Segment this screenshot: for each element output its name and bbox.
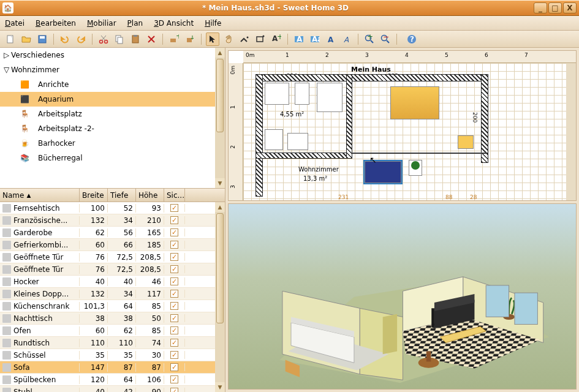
visibility-checkbox[interactable]: ✓ (170, 265, 178, 273)
table-row[interactable]: Hocker 40 40 46 ✓ (0, 276, 225, 288)
menu-datei[interactable]: Datei (5, 19, 25, 28)
table-row[interactable]: Küchenschrank 101,3 64 85 ✓ (0, 300, 225, 312)
furniture-icon (2, 314, 11, 323)
menu-bearbeiten[interactable]: Bearbeiten (36, 19, 76, 28)
table-row[interactable]: Geöffnete Tür 76 72,5 208,5 ✓ (0, 251, 225, 263)
cell-tiefe: 40 (108, 277, 136, 286)
create-walls-icon[interactable] (238, 32, 251, 46)
catalog-category[interactable]: ▽Wohnzimmer (0, 62, 225, 77)
visibility-checkbox[interactable]: ✓ (170, 241, 178, 249)
visibility-checkbox[interactable]: ✓ (170, 204, 178, 212)
plan-scroll-v[interactable] (566, 63, 576, 200)
catalog-item[interactable]: ⬛Aquarium (0, 92, 225, 107)
svg-text:A: A (297, 35, 303, 43)
catalog-item[interactable]: 🍺Barhocker (0, 136, 225, 151)
table-row[interactable]: Ofen 60 62 85 ✓ (0, 325, 225, 337)
table-scrollbar[interactable]: ▲▼ (215, 202, 225, 392)
import-furniture-icon[interactable] (183, 32, 197, 46)
catalog-item[interactable]: 📚Bücherregal (0, 151, 225, 165)
visibility-checkbox[interactable]: ✓ (170, 290, 178, 298)
cell-tiefe: 66 (108, 241, 136, 249)
visibility-checkbox[interactable]: ✓ (170, 314, 178, 322)
cut-icon[interactable] (97, 32, 110, 46)
maximize-button[interactable]: □ (548, 2, 562, 13)
table-row[interactable]: Rundtisch 110 110 74 ✓ (0, 337, 225, 349)
table-row[interactable]: Kleines Dopp... 132 34 117 ✓ (0, 288, 225, 300)
visibility-checkbox[interactable]: ✓ (170, 351, 178, 359)
add-furniture-icon[interactable]: + (167, 32, 181, 46)
text-bg-icon[interactable]: A (292, 32, 306, 46)
visibility-checkbox[interactable]: ✓ (170, 253, 178, 261)
help-icon[interactable]: ? (405, 32, 418, 46)
furniture-icon (2, 363, 11, 372)
pan-tool-icon[interactable] (222, 32, 235, 46)
text-bg2-icon[interactable]: Aa (308, 32, 322, 46)
table-row[interactable]: Französische... 132 34 210 ✓ (0, 214, 225, 227)
cell-hoehe: 85 (136, 326, 164, 335)
delete-icon[interactable] (145, 32, 158, 46)
table-row[interactable]: Fernsehtisch 100 52 93 ✓ (0, 202, 225, 214)
table-row[interactable]: Geöffnete Tür 76 72,5 208,5 ✓ (0, 263, 225, 276)
visibility-checkbox[interactable]: ✓ (170, 388, 178, 392)
cell-name: Geöffnete Tür (13, 265, 63, 274)
floor-plan[interactable]: 0m 1 2 3 4 5 6 7 0m 1 2 3 Mein Haus 224 … (228, 50, 577, 201)
create-rooms-icon[interactable] (254, 32, 267, 46)
marker: 88 (445, 194, 452, 200)
cell-hoehe: 117 (136, 290, 164, 298)
paste-icon[interactable] (129, 32, 142, 46)
visibility-checkbox[interactable]: ✓ (170, 228, 178, 236)
cell-hoehe: 106 (136, 375, 164, 384)
create-dimensions-icon[interactable]: A+ (270, 32, 283, 46)
visibility-checkbox[interactable]: ✓ (170, 363, 178, 371)
table-row[interactable]: Gefrierkombi... 60 66 185 ✓ (0, 239, 225, 251)
catalog-category[interactable]: ▷Verschiedenes (0, 48, 225, 62)
save-icon[interactable] (36, 32, 49, 46)
zoom-in-icon[interactable]: + (363, 32, 376, 46)
visibility-checkbox[interactable]: ✓ (170, 216, 178, 224)
italic-icon[interactable]: A (340, 32, 354, 46)
menu-3dansicht[interactable]: 3D Ansicht (154, 19, 194, 28)
table-row[interactable]: Nachttisch 38 38 50 ✓ (0, 312, 225, 325)
furniture-thumb-icon: ⬛ (16, 93, 33, 105)
zoom-out-icon[interactable]: − (379, 32, 392, 46)
menu-mobiliar[interactable]: Mobiliar (87, 19, 116, 28)
col-breite[interactable]: Breite (80, 189, 108, 202)
furniture-table[interactable]: Fernsehtisch 100 52 93 ✓ Französische...… (0, 202, 225, 392)
table-row[interactable]: Garderobe 62 56 165 ✓ (0, 227, 225, 239)
close-button[interactable]: X (563, 2, 577, 13)
catalog-scrollbar[interactable]: ▲▼ (215, 48, 225, 188)
visibility-checkbox[interactable]: ✓ (170, 326, 178, 334)
furniture-icon (2, 228, 11, 237)
table-row[interactable]: Stuhl 40 42 90 ✓ (0, 386, 225, 392)
copy-icon[interactable] (113, 32, 126, 46)
table-row[interactable]: Sofa 147 87 87 ✓ (0, 361, 225, 374)
catalog-item[interactable]: 🟧Anrichte (0, 77, 225, 92)
cell-hoehe: 74 (136, 339, 164, 347)
cell-breite: 147 (80, 363, 108, 372)
catalog-item[interactable]: 🪑Arbeitsplatz -2- (0, 121, 225, 136)
col-sichtbar[interactable]: Sic... (164, 189, 185, 202)
col-name[interactable]: Name▲ (0, 189, 80, 202)
open-folder-icon[interactable] (20, 32, 33, 46)
visibility-checkbox[interactable]: ✓ (170, 375, 178, 383)
new-file-icon[interactable] (4, 32, 17, 46)
table-row[interactable]: Spülbecken 120 64 106 ✓ (0, 374, 225, 386)
table-row[interactable]: Schüssel 35 35 30 ✓ (0, 349, 225, 361)
col-hoehe[interactable]: Höhe (136, 189, 164, 202)
furniture-catalog[interactable]: ▷Verschiedenes ▽Wohnzimmer 🟧Anrichte⬛Aqu… (0, 48, 225, 189)
visibility-checkbox[interactable]: ✓ (170, 277, 178, 285)
cell-hoehe: 46 (136, 277, 164, 286)
bold-icon[interactable]: A (324, 32, 338, 46)
visibility-checkbox[interactable]: ✓ (170, 339, 178, 347)
select-tool-icon[interactable] (206, 32, 219, 46)
visibility-checkbox[interactable]: ✓ (170, 302, 178, 310)
catalog-item[interactable]: 🪑Arbeitsplatz (0, 107, 225, 121)
svg-rect-10 (134, 35, 137, 37)
menu-plan[interactable]: Plan (127, 19, 143, 28)
minimize-button[interactable]: _ (534, 2, 547, 13)
menu-hilfe[interactable]: Hilfe (205, 19, 221, 28)
3d-view[interactable] (228, 203, 577, 390)
col-tiefe[interactable]: Tiefe (108, 189, 136, 202)
redo-icon[interactable] (74, 32, 88, 46)
undo-icon[interactable] (58, 32, 72, 46)
